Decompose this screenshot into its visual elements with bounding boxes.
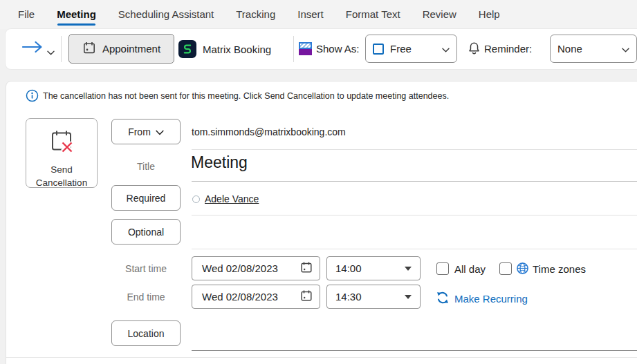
make-recurring-link[interactable]: Make Recurring (436, 291, 528, 307)
section-divider (6, 357, 637, 358)
reminder-dropdown[interactable]: None (550, 35, 637, 63)
reminder-value: None (557, 43, 582, 55)
date-picker-calendar-icon[interactable] (300, 261, 313, 276)
location-field-underline[interactable] (192, 350, 637, 351)
forward-dropdown-chevron-icon[interactable] (47, 46, 55, 58)
title-label: Title (111, 161, 181, 172)
tab-review[interactable]: Review (423, 0, 456, 29)
reminder-label: Reminder: (484, 43, 532, 55)
attendee-link[interactable]: Adele Vance (205, 193, 259, 204)
chevron-down-icon (622, 43, 629, 55)
matrix-booking-button[interactable]: Matrix Booking (178, 37, 271, 61)
make-recurring-label: Make Recurring (454, 293, 528, 305)
meeting-form-card (6, 81, 637, 364)
field-divider (192, 249, 637, 249)
from-label: From (128, 126, 151, 137)
location-label: Location (128, 328, 165, 339)
tab-file[interactable]: File (18, 0, 35, 29)
optional-label: Optional (128, 227, 164, 238)
end-time-value: 14:30 (335, 291, 362, 303)
location-button[interactable]: Location (111, 320, 181, 346)
forward-button[interactable] (19, 39, 46, 58)
time-zones-label[interactable]: Time zones (533, 263, 586, 275)
appointment-button[interactable]: Appointment (68, 34, 174, 64)
required-button[interactable]: Required (111, 185, 181, 211)
end-date-picker[interactable]: Wed 02/08/2023 (192, 285, 320, 309)
all-day-checkbox[interactable] (436, 262, 449, 275)
date-picker-calendar-icon[interactable] (300, 289, 313, 304)
tab-tracking[interactable]: Tracking (236, 0, 275, 29)
meeting-window: File Meeting Scheduling Assistant Tracki… (0, 0, 637, 364)
start-date-value: Wed 02/08/2023 (202, 262, 278, 274)
ribbon-divider (293, 36, 294, 62)
chevron-down-icon (442, 43, 450, 55)
end-time-dropdown[interactable]: 14:30 (326, 285, 421, 309)
dropdown-arrow-icon[interactable] (405, 267, 412, 271)
field-divider (192, 149, 637, 150)
tab-meeting[interactable]: Meeting (57, 0, 96, 29)
dropdown-arrow-icon[interactable] (405, 295, 412, 299)
time-zones-checkbox[interactable] (499, 262, 512, 275)
title-field-value[interactable]: Meeting (191, 153, 248, 172)
presence-circle-icon (192, 195, 200, 203)
forward-arrow-icon (21, 40, 44, 57)
cancellation-banner-text: The cancellation has not been sent for t… (43, 91, 449, 101)
field-divider (192, 215, 637, 215)
send-cancellation-button[interactable]: Send Cancellation (26, 118, 98, 188)
all-day-label[interactable]: All day (454, 263, 486, 275)
from-field-value[interactable]: tom.simmonds@matrixbooking.com (192, 126, 346, 137)
start-time-value: 14:00 (335, 262, 362, 274)
end-time-label: End time (111, 291, 181, 303)
globe-icon (516, 262, 529, 278)
field-divider (192, 181, 637, 182)
recurring-icon (436, 291, 450, 307)
tab-help[interactable]: Help (479, 0, 500, 29)
bell-icon (468, 41, 481, 58)
from-button[interactable]: From (111, 119, 181, 144)
start-time-label: Start time (111, 263, 181, 274)
chevron-down-icon (156, 126, 164, 137)
end-date-value: Wed 02/08/2023 (202, 291, 278, 303)
show-as-label: Show As: (316, 43, 360, 55)
required-label: Required (127, 193, 166, 204)
menu-bar: File Meeting Scheduling Assistant Tracki… (0, 0, 637, 29)
tab-scheduling-assistant[interactable]: Scheduling Assistant (118, 0, 214, 29)
info-icon (26, 89, 39, 105)
start-time-dropdown[interactable]: 14:00 (326, 256, 421, 280)
tab-insert[interactable]: Insert (297, 0, 324, 29)
send-cancellation-label: Send Cancellation (26, 163, 97, 190)
matrix-booking-label: Matrix Booking (203, 44, 271, 55)
tab-format-text[interactable]: Format Text (346, 0, 400, 29)
show-as-dropdown[interactable]: Free (365, 35, 457, 63)
free-status-icon (373, 44, 384, 55)
start-date-picker[interactable]: Wed 02/08/2023 (192, 256, 320, 280)
show-as-status-icon (299, 42, 312, 55)
ribbon-divider (61, 36, 62, 62)
show-as-value: Free (390, 43, 412, 55)
calendar-icon (82, 41, 96, 57)
calendar-cancel-icon (48, 128, 75, 160)
matrix-booking-icon (178, 40, 196, 58)
appointment-label: Appointment (102, 43, 160, 55)
optional-button[interactable]: Optional (111, 219, 181, 245)
